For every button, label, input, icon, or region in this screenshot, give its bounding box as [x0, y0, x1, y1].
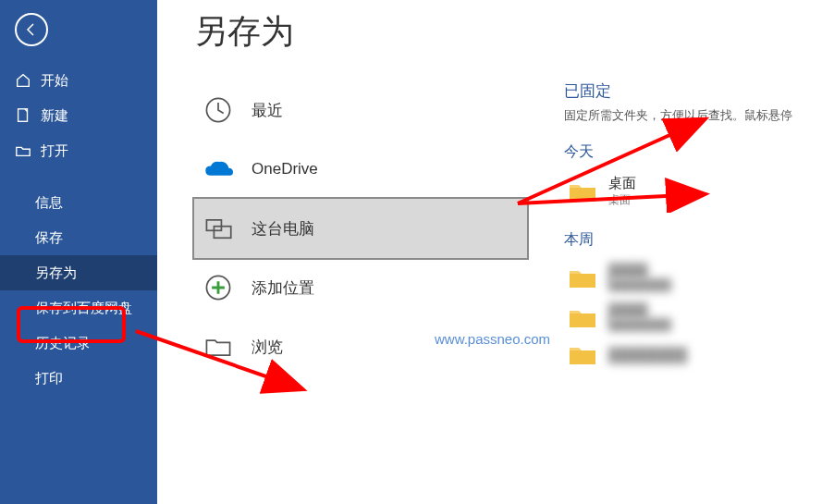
folder-group-heading: 今天: [564, 142, 822, 162]
new-icon: [15, 107, 31, 124]
location-label: 最近: [252, 100, 283, 121]
sidebar-item-label: 打印: [35, 370, 63, 387]
folder-path: 桌面: [608, 192, 636, 208]
folder-group-heading: 本周: [564, 230, 822, 250]
location-label: 浏览: [252, 337, 283, 358]
sidebar-item-baidu[interactable]: 保存到百度网盘: [0, 290, 157, 326]
folder-item[interactable]: ████████: [564, 337, 822, 372]
main-panel: 另存为 最近OneDrive这台电脑添加位置浏览 已固定 固定所需文件夹，方便以…: [157, 0, 822, 504]
pinned-heading: 已固定: [564, 80, 822, 102]
sidebar-item-label: 打开: [41, 142, 68, 160]
pinned-description: 固定所需文件夹，方便以后查找。鼠标悬停: [564, 107, 822, 124]
location-browse[interactable]: 浏览: [194, 317, 527, 376]
folder-icon: [568, 265, 597, 289]
folder-icon: [568, 342, 597, 366]
sidebar-item-print[interactable]: 打印: [0, 361, 157, 396]
location-label: 添加位置: [252, 277, 314, 299]
open-icon: [15, 142, 31, 159]
thispc-icon: [202, 212, 235, 245]
browse-icon: [202, 330, 235, 363]
sidebar-item-label: 保存到百度网盘: [35, 300, 132, 317]
folder-item[interactable]: 桌面桌面: [564, 169, 822, 214]
sidebar-item-info[interactable]: 信息: [0, 185, 157, 220]
onedrive-icon: [202, 153, 235, 186]
page-title: 另存为: [194, 9, 822, 55]
folder-name: ████████: [608, 347, 687, 363]
folder-item[interactable]: ████████████: [564, 257, 822, 297]
sidebar-item-label: 开始: [41, 72, 68, 90]
folder-icon: [568, 179, 597, 203]
location-thispc[interactable]: 这台电脑: [194, 199, 527, 258]
folder-icon: [568, 305, 597, 329]
folder-name: ████: [608, 263, 671, 278]
sidebar-item-label: 信息: [35, 194, 63, 212]
sidebar-item-label: 新建: [41, 107, 68, 125]
sidebar-item-history[interactable]: 历史记录: [0, 326, 157, 361]
sidebar-item-saveas[interactable]: 另存为: [0, 255, 157, 290]
recent-icon: [202, 93, 235, 127]
folder-path: ████████: [608, 318, 671, 331]
addloc-icon: [202, 271, 235, 304]
backstage-sidebar: 开始新建打开 信息保存另存为保存到百度网盘历史记录打印: [0, 0, 157, 504]
location-addloc[interactable]: 添加位置: [194, 258, 527, 317]
folder-item[interactable]: ████████████: [564, 297, 822, 337]
sidebar-item-home[interactable]: 开始: [0, 63, 157, 98]
folder-name: 桌面: [608, 175, 636, 192]
sidebar-item-label: 历史记录: [35, 335, 91, 352]
sidebar-item-label: 保存: [35, 229, 63, 247]
location-label: 这台电脑: [252, 218, 314, 240]
location-recent[interactable]: 最近: [194, 80, 527, 140]
location-label: OneDrive: [252, 160, 318, 178]
arrow-left-icon: [24, 22, 39, 37]
home-icon: [15, 72, 31, 89]
sidebar-item-open[interactable]: 打开: [0, 133, 157, 168]
save-location-list: 最近OneDrive这台电脑添加位置浏览: [194, 80, 527, 376]
back-button[interactable]: [15, 13, 48, 46]
folder-name: ████: [608, 302, 671, 318]
sidebar-item-label: 另存为: [35, 264, 77, 282]
folder-panel: 已固定 固定所需文件夹，方便以后查找。鼠标悬停 今天桌面桌面本周████████…: [564, 80, 822, 376]
sidebar-item-new[interactable]: 新建: [0, 98, 157, 133]
sidebar-item-save[interactable]: 保存: [0, 220, 157, 255]
folder-path: ████████: [608, 278, 671, 291]
location-onedrive[interactable]: OneDrive: [194, 140, 527, 199]
